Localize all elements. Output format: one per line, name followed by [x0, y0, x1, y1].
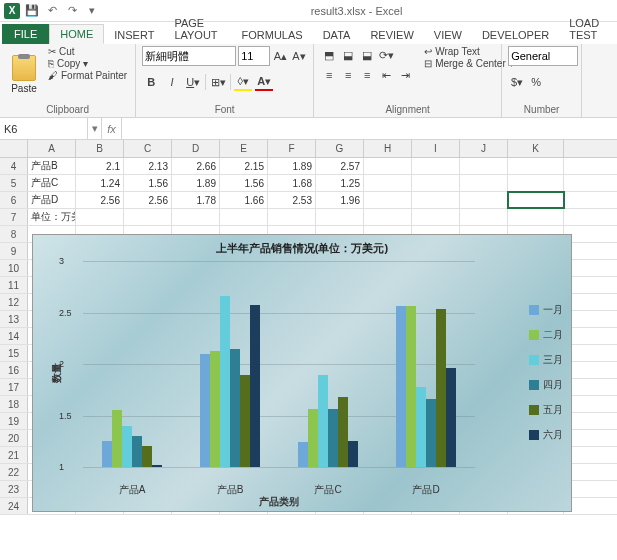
tab-developer[interactable]: DEVELOPER — [472, 26, 559, 44]
col-header-J[interactable]: J — [460, 140, 508, 157]
name-box[interactable]: K6 — [0, 118, 88, 139]
cell-A6[interactable]: 产品D — [28, 192, 76, 208]
row-header-13[interactable]: 13 — [0, 311, 28, 327]
row-header-24[interactable]: 24 — [0, 498, 28, 514]
tab-data[interactable]: DATA — [313, 26, 361, 44]
row-header-4[interactable]: 4 — [0, 158, 28, 174]
tab-formulas[interactable]: FORMULAS — [232, 26, 313, 44]
row-header-16[interactable]: 16 — [0, 362, 28, 378]
cell-B6[interactable]: 2.56 — [76, 192, 124, 208]
save-icon[interactable]: 💾 — [24, 3, 40, 19]
font-color-button[interactable]: A▾ — [255, 73, 273, 91]
cell-J5[interactable] — [460, 175, 508, 191]
cell-G6[interactable]: 1.96 — [316, 192, 364, 208]
col-header-F[interactable]: F — [268, 140, 316, 157]
italic-button[interactable]: I — [163, 73, 181, 91]
row-header-17[interactable]: 17 — [0, 379, 28, 395]
row-header-6[interactable]: 6 — [0, 192, 28, 208]
col-header-A[interactable]: A — [28, 140, 76, 157]
col-header-E[interactable]: E — [220, 140, 268, 157]
cell-K4[interactable] — [508, 158, 564, 174]
fx-icon[interactable]: fx — [102, 118, 122, 139]
cell-A7[interactable]: 单位：万美元） — [28, 209, 76, 225]
row-header-7[interactable]: 7 — [0, 209, 28, 225]
cell-B4[interactable]: 2.1 — [76, 158, 124, 174]
row-header-20[interactable]: 20 — [0, 430, 28, 446]
cell-D7[interactable] — [172, 209, 220, 225]
cell-E6[interactable]: 1.66 — [220, 192, 268, 208]
cell-D4[interactable]: 2.66 — [172, 158, 220, 174]
row-header-12[interactable]: 12 — [0, 294, 28, 310]
cell-C5[interactable]: 1.56 — [124, 175, 172, 191]
cell-I7[interactable] — [412, 209, 460, 225]
row-header-21[interactable]: 21 — [0, 447, 28, 463]
align-right-icon[interactable]: ≡ — [358, 66, 376, 84]
cell-H6[interactable] — [364, 192, 412, 208]
cell-G4[interactable]: 2.57 — [316, 158, 364, 174]
row-header-22[interactable]: 22 — [0, 464, 28, 480]
tab-insert[interactable]: INSERT — [104, 26, 164, 44]
align-bottom-icon[interactable]: ⬓ — [358, 46, 376, 64]
tab-home[interactable]: HOME — [49, 24, 104, 44]
cell-J4[interactable] — [460, 158, 508, 174]
orientation-icon[interactable]: ⟳▾ — [377, 46, 395, 64]
cell-B5[interactable]: 1.24 — [76, 175, 124, 191]
align-top-icon[interactable]: ⬒ — [320, 46, 338, 64]
cell-A4[interactable]: 产品B — [28, 158, 76, 174]
cell-I6[interactable] — [412, 192, 460, 208]
currency-icon[interactable]: $▾ — [508, 73, 526, 91]
cell-F7[interactable] — [268, 209, 316, 225]
row-header-5[interactable]: 5 — [0, 175, 28, 191]
cell-F4[interactable]: 1.89 — [268, 158, 316, 174]
col-header-I[interactable]: I — [412, 140, 460, 157]
align-center-icon[interactable]: ≡ — [339, 66, 357, 84]
copy-button[interactable]: ⎘Copy ▾ — [46, 58, 129, 69]
decrease-font-icon[interactable]: A▾ — [291, 47, 308, 65]
align-middle-icon[interactable]: ⬓ — [339, 46, 357, 64]
decrease-indent-icon[interactable]: ⇤ — [377, 66, 395, 84]
tab-review[interactable]: REVIEW — [360, 26, 423, 44]
percent-icon[interactable]: % — [527, 73, 545, 91]
name-box-dropdown-icon[interactable]: ▾ — [88, 118, 102, 139]
col-header-H[interactable]: H — [364, 140, 412, 157]
cell-C4[interactable]: 2.13 — [124, 158, 172, 174]
row-header-15[interactable]: 15 — [0, 345, 28, 361]
cell-D5[interactable]: 1.89 — [172, 175, 220, 191]
number-format-combo[interactable] — [508, 46, 578, 66]
cell-K5[interactable] — [508, 175, 564, 191]
cell-G5[interactable]: 1.25 — [316, 175, 364, 191]
row-header-10[interactable]: 10 — [0, 260, 28, 276]
select-all-corner[interactable] — [0, 140, 28, 157]
row-header-9[interactable]: 9 — [0, 243, 28, 259]
row-header-14[interactable]: 14 — [0, 328, 28, 344]
fill-color-button[interactable]: ◊▾ — [234, 73, 252, 91]
underline-button[interactable]: U▾ — [184, 73, 202, 91]
undo-icon[interactable]: ↶ — [44, 3, 60, 19]
cell-J7[interactable] — [460, 209, 508, 225]
cell-K6[interactable] — [508, 192, 564, 208]
row-header-11[interactable]: 11 — [0, 277, 28, 293]
cell-J6[interactable] — [460, 192, 508, 208]
col-header-B[interactable]: B — [76, 140, 124, 157]
cell-G7[interactable] — [316, 209, 364, 225]
cell-I4[interactable] — [412, 158, 460, 174]
cell-I5[interactable] — [412, 175, 460, 191]
bold-button[interactable]: B — [142, 73, 160, 91]
format-painter-button[interactable]: 🖌Format Painter — [46, 70, 129, 81]
cell-H7[interactable] — [364, 209, 412, 225]
col-header-D[interactable]: D — [172, 140, 220, 157]
tab-page-layout[interactable]: PAGE LAYOUT — [164, 14, 231, 44]
formula-bar[interactable] — [122, 118, 617, 139]
tab-load-test[interactable]: LOAD TEST — [559, 14, 617, 44]
cell-C6[interactable]: 2.56 — [124, 192, 172, 208]
cut-button[interactable]: ✂Cut — [46, 46, 129, 57]
increase-font-icon[interactable]: A▴ — [272, 47, 289, 65]
row-header-8[interactable]: 8 — [0, 226, 28, 242]
paste-button[interactable]: Paste — [6, 46, 42, 103]
redo-icon[interactable]: ↷ — [64, 3, 80, 19]
cell-F6[interactable]: 2.53 — [268, 192, 316, 208]
col-header-G[interactable]: G — [316, 140, 364, 157]
cell-F5[interactable]: 1.68 — [268, 175, 316, 191]
cell-C7[interactable] — [124, 209, 172, 225]
cell-A5[interactable]: 产品C — [28, 175, 76, 191]
